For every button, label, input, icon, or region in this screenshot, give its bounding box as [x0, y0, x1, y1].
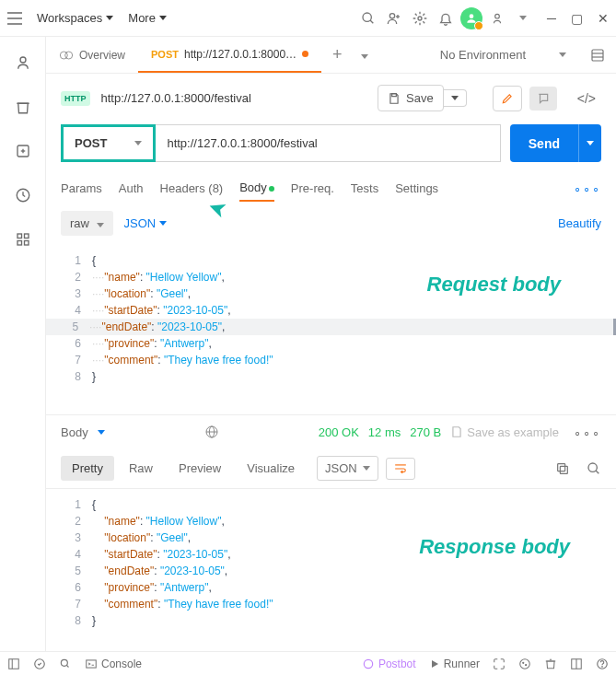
resp-preview[interactable]: Preview [168, 456, 232, 481]
trash-footer-icon[interactable] [544, 658, 557, 670]
save-button[interactable]: Save [378, 85, 444, 111]
tab-tests[interactable]: Tests [351, 176, 378, 201]
svg-point-47 [602, 666, 603, 667]
invite-icon[interactable] [381, 6, 407, 31]
search-response-icon[interactable] [587, 461, 601, 476]
new-tab-button[interactable]: + [321, 45, 354, 64]
two-pane-icon[interactable] [570, 658, 583, 670]
body-lang-json[interactable]: JSON [124, 216, 168, 230]
send-button[interactable]: Send [510, 124, 578, 162]
tab-overview[interactable]: Overview [46, 37, 138, 73]
svg-point-43 [526, 664, 527, 665]
request-body-editor[interactable]: 1{ 2····"name": "Hellow Yellow", 3····"l… [46, 245, 616, 392]
trash-icon[interactable] [14, 98, 32, 116]
raw-label: raw [70, 216, 89, 230]
unsaved-dot-icon [302, 51, 308, 57]
json-label: JSON [124, 216, 157, 230]
svg-rect-18 [17, 241, 22, 246]
upgrade-icon[interactable] [484, 6, 510, 31]
console-label: Console [101, 658, 142, 670]
help-icon[interactable] [596, 658, 609, 670]
resp-more[interactable]: ∘∘∘ [574, 425, 601, 439]
tab-auth[interactable]: Auth [119, 176, 144, 201]
response-body-annotation: Response body [419, 539, 570, 555]
code-icon[interactable]: </> [572, 91, 601, 106]
url-breadcrumb[interactable]: http://127.0.0.1:8000/festival [98, 91, 371, 105]
svg-point-32 [588, 463, 597, 471]
maximize-button[interactable]: ▢ [571, 11, 583, 26]
tab-body-label: Body [239, 180, 267, 194]
svg-point-10 [495, 14, 500, 18]
grid-icon[interactable] [14, 230, 32, 249]
send-chevron[interactable] [578, 124, 601, 162]
find-icon[interactable] [59, 658, 72, 670]
tab-body[interactable]: Body [239, 175, 274, 202]
resp-visualize[interactable]: Visualize [236, 456, 306, 481]
runner-button[interactable]: Runner [429, 658, 480, 670]
comment-button[interactable] [529, 87, 557, 111]
tab-params[interactable]: Params [61, 176, 102, 201]
save-label: Save [406, 91, 434, 105]
avatar[interactable] [459, 6, 484, 31]
resp-time: 12 ms [368, 425, 401, 439]
edit-button[interactable] [493, 86, 522, 111]
resp-lang-select[interactable]: JSON [317, 456, 378, 481]
env-quicklook-icon[interactable] [579, 48, 616, 63]
profile-icon[interactable] [14, 53, 32, 72]
hamburger-icon[interactable] [7, 12, 29, 25]
resp-json-label: JSON [325, 461, 357, 475]
tab-request[interactable]: POST http://127.0.0.1:8000… [138, 37, 321, 73]
settings-icon[interactable] [407, 6, 433, 31]
tab-prereq[interactable]: Pre-req. [291, 176, 334, 201]
svg-rect-31 [558, 463, 565, 471]
svg-point-41 [520, 658, 530, 669]
svg-line-38 [66, 665, 68, 667]
method-selector[interactable]: POST [61, 124, 156, 162]
workspaces-label: Workspaces [37, 11, 102, 25]
history-icon[interactable] [14, 186, 32, 204]
chevron-down-icon[interactable] [510, 6, 536, 31]
svg-point-3 [363, 13, 371, 21]
box-plus-icon[interactable] [14, 142, 32, 160]
globe-icon[interactable] [204, 425, 219, 439]
url-input[interactable] [167, 136, 488, 150]
env-label: No Environment [440, 48, 526, 62]
save-chevron[interactable] [444, 89, 467, 107]
body-type-raw[interactable]: raw [61, 211, 113, 236]
tab-settings[interactable]: Settings [395, 176, 438, 201]
save-as-example[interactable]: Save as example [450, 425, 559, 439]
subtabs-more[interactable]: ∘∘∘ [574, 181, 601, 195]
svg-point-9 [470, 14, 474, 18]
close-button[interactable]: ✕ [598, 11, 609, 26]
more-label: More [128, 11, 156, 25]
svg-rect-17 [24, 234, 29, 239]
resp-body-label[interactable]: Body [61, 425, 88, 439]
sync-icon[interactable] [33, 658, 46, 670]
svg-rect-16 [17, 234, 22, 239]
resp-pretty[interactable]: Pretty [61, 456, 114, 481]
notifications-icon[interactable] [433, 6, 459, 31]
sidebar-toggle-icon[interactable] [7, 658, 20, 670]
status-code: 200 OK [319, 425, 359, 439]
minimize-button[interactable]: ─ [547, 11, 556, 26]
postbot-button[interactable]: Postbot [362, 658, 416, 670]
resp-raw[interactable]: Raw [118, 456, 164, 481]
svg-point-40 [364, 659, 372, 668]
svg-line-4 [370, 20, 373, 23]
save-ex-label: Save as example [467, 425, 559, 439]
tabs-chevron-icon[interactable] [354, 48, 376, 62]
console-button[interactable]: Console [85, 658, 142, 670]
cookies-icon[interactable] [518, 658, 531, 670]
more-menu[interactable]: More [121, 11, 174, 25]
resp-size: 270 B [410, 425, 441, 439]
response-body-viewer[interactable]: 1{ 2 "name": "Hellow Yellow", 3 "locatio… [46, 488, 616, 636]
search-icon[interactable] [355, 6, 381, 31]
copy-icon[interactable] [555, 461, 570, 476]
request-body-annotation: Request body [427, 276, 561, 293]
svg-rect-39 [87, 659, 97, 667]
beautify-button[interactable]: Beautify [558, 216, 601, 230]
wrap-lines-icon[interactable] [386, 458, 415, 480]
workspaces-menu[interactable]: Workspaces [29, 11, 121, 25]
environment-selector[interactable]: No Environment [427, 48, 579, 62]
capture-icon[interactable] [493, 658, 506, 670]
